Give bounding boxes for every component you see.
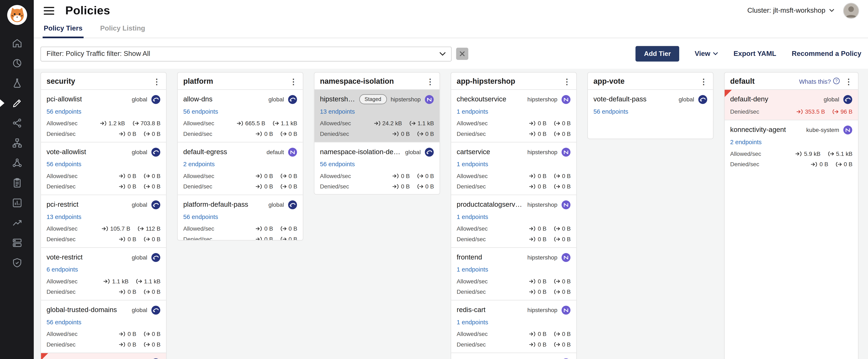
policy-card[interactable]: hipstershop-gh...Stagedhipstershop13 end…	[314, 89, 440, 142]
policy-card[interactable]: vote-allowlistglobal56 endpointsAllowed/…	[41, 142, 166, 194]
endpoints-link[interactable]: 56 endpoints	[46, 161, 81, 167]
endpoints-link[interactable]: 1 endpoints	[457, 319, 488, 325]
policy-card[interactable]: productcatalogservicehipstershop1 endpoi…	[451, 195, 576, 247]
whats-this-link[interactable]: Whats this??	[799, 77, 840, 85]
policy-card[interactable]: vote-restrictglobal6 endpointsAllowed/se…	[41, 247, 166, 300]
traffic-values: 0 B0 B	[529, 341, 571, 348]
ingress-arrow-icon	[529, 120, 536, 126]
sidebar-item-reports[interactable]	[0, 193, 34, 213]
endpoints-link[interactable]: 6 endpoints	[46, 266, 78, 273]
tab-policy-tiers[interactable]: Policy Tiers	[42, 22, 84, 38]
policy-card[interactable]: platform-default-passglobal56 endpointsA…	[178, 195, 303, 241]
tier-menu-icon[interactable]: ⋮	[289, 77, 297, 85]
policy-card[interactable]: checkoutservicehipstershop1 endpointsAll…	[451, 89, 576, 142]
tier-column-security: security⋮pci-allowlistglobal56 endpoints…	[40, 72, 166, 359]
sidebar-item-flask[interactable]	[0, 73, 34, 93]
cluster-selector[interactable]: Cluster: jlt-msft-workshop	[747, 7, 834, 14]
sidebar-item-sitemap[interactable]	[0, 133, 34, 153]
endpoints-link[interactable]: 56 endpoints	[320, 161, 355, 167]
policy-card[interactable]: global-trusted-domainsglobal56 endpoints…	[41, 300, 166, 353]
app-logo-icon[interactable]	[6, 4, 27, 25]
sidebar-item-service-graph[interactable]	[0, 113, 34, 133]
recommend-policy-button[interactable]: Recommend a Policy	[792, 50, 861, 58]
tab-policy-listing[interactable]: Policy Listing	[99, 22, 147, 38]
avatar[interactable]	[843, 2, 859, 19]
traffic-value-text: 0 B	[152, 330, 161, 337]
tier-menu-icon[interactable]: ⋮	[845, 77, 852, 85]
policy-card[interactable]: default-denyglobalDenied/sec353.5 B96 B	[725, 89, 858, 120]
tier-column-app-hipstershop: app-hipstershop⋮checkoutservicehipstersh…	[451, 72, 577, 359]
endpoints-link[interactable]: 1 endpoints	[457, 161, 488, 167]
tier-menu-icon[interactable]: ⋮	[700, 77, 707, 85]
endpoints-link[interactable]: 2 endpoints	[730, 139, 762, 145]
traffic-row: Denied/sec0 B0 B	[183, 130, 297, 137]
export-yaml-button[interactable]: Export YAML	[734, 50, 776, 58]
policy-card-header: namespace-isolation-default-p...global	[320, 147, 434, 157]
policy-card[interactable]: default-egressdefault2 endpointsAllowed/…	[178, 142, 303, 194]
endpoints-link[interactable]: 13 endpoints	[320, 108, 355, 115]
policy-card[interactable]: vote-default-passglobal56 endpoints	[588, 89, 713, 121]
policy-traffic-filter-select[interactable]: Filter: Policy Traffic filter: Show All	[40, 46, 452, 61]
hamburger-menu-icon[interactable]	[41, 4, 56, 17]
sidebar-item-trends[interactable]	[0, 213, 34, 233]
policy-card[interactable]: redis-carthipstershop1 endpointsAllowed/…	[451, 300, 576, 353]
sidebar-item-policies[interactable]	[0, 93, 34, 113]
traffic-value-text: 1.1 kB	[417, 120, 434, 126]
egress-arrow-icon	[272, 120, 279, 126]
reports-icon	[11, 197, 22, 209]
policy-board: security⋮pci-allowlistglobal56 endpoints…	[34, 69, 868, 359]
traffic-value: 0 B	[554, 130, 571, 137]
endpoints-link[interactable]: 1 endpoints	[457, 213, 488, 220]
endpoints-link[interactable]: 13 endpoints	[46, 213, 81, 220]
ingress-arrow-icon	[104, 279, 111, 283]
view-menu-button[interactable]: View	[694, 50, 718, 58]
traffic-value-text: 0 B	[152, 236, 161, 242]
endpoints-link[interactable]: 56 endpoints	[593, 108, 628, 115]
sidebar-item-compliance[interactable]	[0, 173, 34, 193]
endpoints-link[interactable]: 56 endpoints	[183, 213, 218, 220]
traffic-value: 0 B	[119, 288, 136, 295]
threat-shield-icon	[11, 257, 22, 268]
traffic-value-text: 112 B	[146, 225, 161, 232]
tier-menu-icon[interactable]: ⋮	[153, 77, 160, 85]
egress-arrow-icon	[280, 226, 287, 231]
endpoints-link[interactable]: 1 endpoints	[457, 266, 488, 273]
sidebar-item-threat-shield[interactable]	[0, 253, 34, 273]
traffic-value-text: 0 B	[538, 225, 547, 232]
sidebar-item-hosts[interactable]	[0, 233, 34, 253]
tier-menu-icon[interactable]: ⋮	[563, 77, 571, 85]
namespace-scope-badge-icon	[561, 94, 571, 104]
tier-header: app-vote⋮	[588, 73, 713, 89]
ingress-arrow-icon	[237, 120, 244, 126]
policy-card[interactable]: namespace-isolation-default-p...global56…	[314, 142, 440, 194]
sidebar-item-dashboard[interactable]	[0, 53, 34, 73]
traffic-row: Denied/sec0 B0 B	[46, 236, 161, 242]
traffic-value-text: 0 B	[288, 130, 297, 137]
traffic-row: Allowed/sec665.5 B1.1 kB	[183, 120, 297, 126]
endpoints-link[interactable]: 56 endpoints	[46, 319, 81, 325]
tier-menu-icon[interactable]: ⋮	[426, 77, 434, 85]
add-tier-button[interactable]: Add Tier	[636, 46, 679, 61]
policy-card[interactable]: pci-allowlistglobal56 endpointsAllowed/s…	[41, 89, 166, 142]
policy-card[interactable]: emailservicehipstershop1 endpointsAllowe…	[451, 353, 576, 359]
chevron-down-icon	[440, 52, 445, 56]
policy-card[interactable]: pci-restrictglobal13 endpointsAllowed/se…	[41, 195, 166, 247]
endpoints-link[interactable]: 2 endpoints	[183, 161, 215, 167]
egress-arrow-icon	[144, 173, 150, 178]
traffic-label: Denied/sec	[46, 130, 119, 137]
sidebar-item-home[interactable]	[0, 33, 34, 53]
policy-card[interactable]: cartservicehipstershop1 endpointsAllowed…	[451, 142, 576, 194]
endpoints-link[interactable]: 56 endpoints	[183, 108, 218, 115]
policy-card[interactable]: allow-dnsglobal56 endpointsAllowed/sec66…	[178, 89, 303, 142]
policy-name: global-trusted-domains	[46, 306, 117, 314]
policy-card[interactable]: quarantineglobal0 endpoints	[41, 353, 166, 359]
policy-card[interactable]: konnectivity-agentkube-system2 endpoints…	[725, 120, 858, 172]
policy-card[interactable]: frontendhipstershop1 endpointsAllowed/se…	[451, 247, 576, 300]
tier-name: default	[730, 77, 799, 85]
sidebar-item-cluster[interactable]	[0, 153, 34, 173]
traffic-value-text: 353.5 B	[805, 108, 825, 115]
endpoints-link[interactable]: 56 endpoints	[46, 108, 81, 115]
clear-filter-button[interactable]	[456, 48, 468, 60]
endpoints-link[interactable]: 1 endpoints	[457, 108, 488, 115]
egress-arrow-icon	[554, 226, 560, 231]
